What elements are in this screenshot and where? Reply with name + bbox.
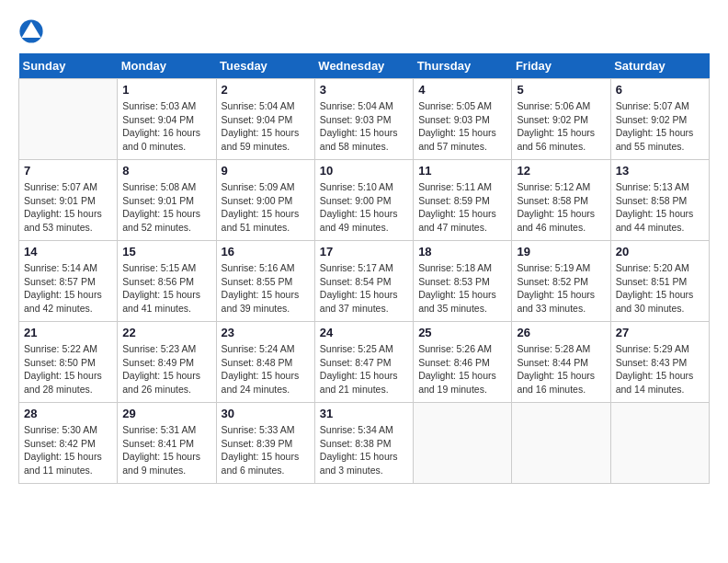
day-number: 20 [616, 245, 704, 259]
day-cell: 30Sunrise: 5:33 AMSunset: 8:39 PMDayligh… [216, 403, 314, 484]
day-cell: 26Sunrise: 5:28 AMSunset: 8:44 PMDayligh… [512, 322, 610, 403]
day-info: Sunrise: 5:07 AMSunset: 9:02 PMDaylight:… [616, 99, 704, 154]
day-cell: 8Sunrise: 5:08 AMSunset: 9:01 PMDaylight… [118, 160, 216, 241]
day-info: Sunrise: 5:34 AMSunset: 8:38 PMDaylight:… [320, 423, 408, 477]
day-number: 5 [517, 83, 605, 97]
day-info: Sunrise: 5:13 AMSunset: 8:58 PMDaylight:… [616, 180, 704, 235]
day-info: Sunrise: 5:28 AMSunset: 8:44 PMDaylight:… [517, 342, 605, 396]
logo-icon [18, 18, 44, 44]
day-info: Sunrise: 5:09 AMSunset: 9:00 PMDaylight:… [222, 180, 310, 235]
day-cell: 14Sunrise: 5:14 AMSunset: 8:57 PMDayligh… [19, 241, 118, 322]
day-info: Sunrise: 5:31 AMSunset: 8:41 PMDaylight:… [122, 423, 210, 477]
day-number: 2 [222, 83, 310, 97]
day-cell: 31Sunrise: 5:34 AMSunset: 8:38 PMDayligh… [314, 403, 413, 484]
day-cell: 17Sunrise: 5:17 AMSunset: 8:54 PMDayligh… [314, 241, 413, 322]
day-info: Sunrise: 5:22 AMSunset: 8:50 PMDaylight:… [24, 342, 112, 396]
day-cell: 23Sunrise: 5:24 AMSunset: 8:48 PMDayligh… [216, 322, 314, 403]
day-number: 6 [616, 83, 704, 97]
day-cell: 29Sunrise: 5:31 AMSunset: 8:41 PMDayligh… [118, 403, 216, 484]
calendar-table: SundayMondayTuesdayWednesdayThursdayFrid… [18, 53, 710, 484]
day-cell [414, 403, 512, 484]
day-number: 11 [418, 164, 506, 178]
day-cell: 22Sunrise: 5:23 AMSunset: 8:49 PMDayligh… [118, 322, 216, 403]
day-number: 23 [222, 326, 310, 339]
day-cell: 20Sunrise: 5:20 AMSunset: 8:51 PMDayligh… [610, 241, 709, 322]
day-info: Sunrise: 5:20 AMSunset: 8:51 PMDaylight:… [616, 261, 704, 316]
day-header-sunday: Sunday [19, 53, 118, 79]
day-cell [512, 403, 610, 484]
day-info: Sunrise: 5:04 AMSunset: 9:03 PMDaylight:… [320, 99, 408, 154]
day-header-saturday: Saturday [610, 53, 709, 79]
week-row-5: 28Sunrise: 5:30 AMSunset: 8:42 PMDayligh… [19, 403, 710, 484]
day-info: Sunrise: 5:03 AMSunset: 9:04 PMDaylight:… [122, 99, 210, 154]
day-cell [610, 403, 709, 484]
day-header-tuesday: Tuesday [216, 53, 314, 79]
day-info: Sunrise: 5:16 AMSunset: 8:55 PMDaylight:… [222, 261, 310, 316]
day-number: 13 [616, 164, 704, 178]
day-number: 21 [24, 326, 112, 339]
day-cell: 6Sunrise: 5:07 AMSunset: 9:02 PMDaylight… [610, 79, 709, 160]
day-info: Sunrise: 5:25 AMSunset: 8:47 PMDaylight:… [320, 342, 408, 396]
day-number: 28 [24, 407, 112, 420]
day-number: 3 [320, 83, 408, 97]
day-cell: 24Sunrise: 5:25 AMSunset: 8:47 PMDayligh… [314, 322, 413, 403]
day-number: 31 [320, 407, 408, 420]
header-row: SundayMondayTuesdayWednesdayThursdayFrid… [19, 53, 710, 79]
day-info: Sunrise: 5:11 AMSunset: 8:59 PMDaylight:… [418, 180, 506, 235]
day-cell: 18Sunrise: 5:18 AMSunset: 8:53 PMDayligh… [414, 241, 512, 322]
day-number: 25 [418, 326, 506, 339]
day-info: Sunrise: 5:14 AMSunset: 8:57 PMDaylight:… [24, 261, 112, 316]
day-cell: 7Sunrise: 5:07 AMSunset: 9:01 PMDaylight… [19, 160, 118, 241]
day-number: 22 [122, 326, 210, 339]
day-number: 10 [320, 164, 408, 178]
day-info: Sunrise: 5:08 AMSunset: 9:01 PMDaylight:… [122, 180, 210, 235]
day-number: 7 [24, 164, 112, 178]
day-cell: 5Sunrise: 5:06 AMSunset: 9:02 PMDaylight… [512, 79, 610, 160]
day-number: 30 [222, 407, 310, 420]
day-info: Sunrise: 5:07 AMSunset: 9:01 PMDaylight:… [24, 180, 112, 235]
week-row-2: 7Sunrise: 5:07 AMSunset: 9:01 PMDaylight… [19, 160, 710, 241]
day-cell: 19Sunrise: 5:19 AMSunset: 8:52 PMDayligh… [512, 241, 610, 322]
day-number: 16 [222, 245, 310, 259]
day-cell: 16Sunrise: 5:16 AMSunset: 8:55 PMDayligh… [216, 241, 314, 322]
day-cell: 25Sunrise: 5:26 AMSunset: 8:46 PMDayligh… [414, 322, 512, 403]
day-header-monday: Monday [118, 53, 216, 79]
day-cell: 15Sunrise: 5:15 AMSunset: 8:56 PMDayligh… [118, 241, 216, 322]
day-number: 26 [517, 326, 605, 339]
day-number: 4 [418, 83, 506, 97]
day-info: Sunrise: 5:19 AMSunset: 8:52 PMDaylight:… [517, 261, 605, 316]
day-cell: 10Sunrise: 5:10 AMSunset: 9:00 PMDayligh… [314, 160, 413, 241]
day-number: 9 [222, 164, 310, 178]
day-number: 18 [418, 245, 506, 259]
day-info: Sunrise: 5:18 AMSunset: 8:53 PMDaylight:… [418, 261, 506, 316]
day-number: 14 [24, 245, 112, 259]
day-cell: 3Sunrise: 5:04 AMSunset: 9:03 PMDaylight… [314, 79, 413, 160]
day-number: 29 [122, 407, 210, 420]
page-header [18, 18, 710, 44]
day-cell: 21Sunrise: 5:22 AMSunset: 8:50 PMDayligh… [19, 322, 118, 403]
day-cell: 27Sunrise: 5:29 AMSunset: 8:43 PMDayligh… [610, 322, 709, 403]
day-cell [19, 79, 118, 160]
day-info: Sunrise: 5:30 AMSunset: 8:42 PMDaylight:… [24, 423, 112, 477]
day-cell: 13Sunrise: 5:13 AMSunset: 8:58 PMDayligh… [610, 160, 709, 241]
day-header-wednesday: Wednesday [314, 53, 413, 79]
day-number: 17 [320, 245, 408, 259]
day-number: 27 [616, 326, 704, 339]
week-row-3: 14Sunrise: 5:14 AMSunset: 8:57 PMDayligh… [19, 241, 710, 322]
day-info: Sunrise: 5:04 AMSunset: 9:04 PMDaylight:… [222, 99, 310, 154]
day-info: Sunrise: 5:24 AMSunset: 8:48 PMDaylight:… [222, 342, 310, 396]
day-cell: 2Sunrise: 5:04 AMSunset: 9:04 PMDaylight… [216, 79, 314, 160]
day-info: Sunrise: 5:29 AMSunset: 8:43 PMDaylight:… [616, 342, 704, 396]
day-header-friday: Friday [512, 53, 610, 79]
day-info: Sunrise: 5:10 AMSunset: 9:00 PMDaylight:… [320, 180, 408, 235]
day-cell: 11Sunrise: 5:11 AMSunset: 8:59 PMDayligh… [414, 160, 512, 241]
day-info: Sunrise: 5:06 AMSunset: 9:02 PMDaylight:… [517, 99, 605, 154]
day-number: 15 [122, 245, 210, 259]
logo [18, 18, 46, 44]
day-info: Sunrise: 5:23 AMSunset: 8:49 PMDaylight:… [122, 342, 210, 396]
day-number: 19 [517, 245, 605, 259]
week-row-1: 1Sunrise: 5:03 AMSunset: 9:04 PMDaylight… [19, 79, 710, 160]
day-info: Sunrise: 5:17 AMSunset: 8:54 PMDaylight:… [320, 261, 408, 316]
day-info: Sunrise: 5:33 AMSunset: 8:39 PMDaylight:… [222, 423, 310, 477]
day-info: Sunrise: 5:15 AMSunset: 8:56 PMDaylight:… [122, 261, 210, 316]
